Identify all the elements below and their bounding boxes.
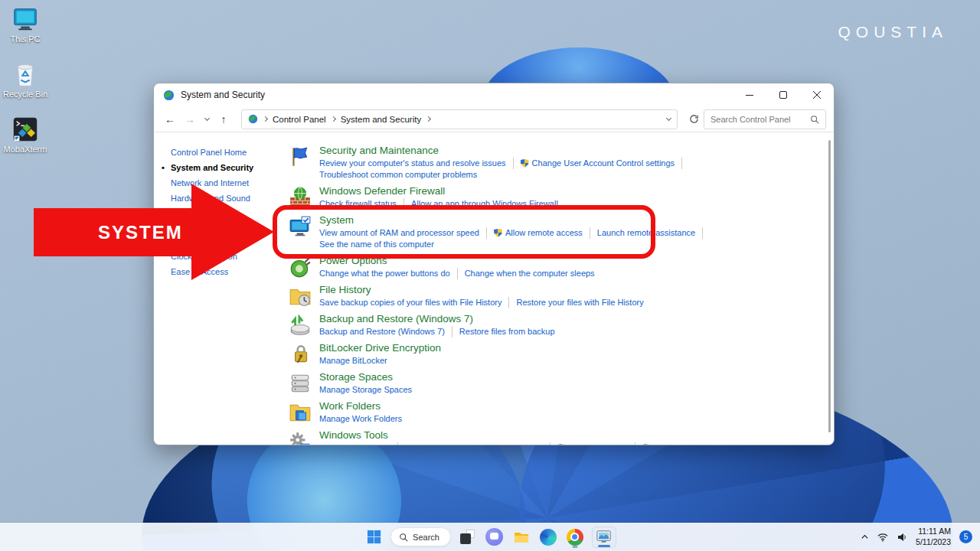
task-link[interactable]: View amount of RAM and processor speed (319, 227, 486, 239)
task-link[interactable]: Allow an app through Windows Firewall (403, 198, 565, 210)
task-link[interactable]: Save backup copies of your files with Fi… (319, 297, 508, 308)
task-link[interactable]: Troubleshoot common computer problems (319, 169, 484, 181)
search-icon (810, 115, 819, 124)
brand-logo: QOUSTIA (838, 23, 948, 41)
section-title-link[interactable]: Backup and Restore (Windows 7) (319, 313, 562, 324)
section-title-link[interactable]: Work Folders (319, 400, 409, 412)
search-icon (399, 533, 408, 542)
section-title-link[interactable]: BitLocker Drive Encryption (319, 342, 441, 354)
task-link-line: Manage Storage Spaces (319, 384, 419, 396)
title-bar[interactable]: System and Security (154, 83, 834, 106)
section-body: Work FoldersManage Work Folders (319, 400, 409, 425)
scrollbar[interactable] (828, 140, 831, 432)
task-link[interactable]: Allow remote access (486, 227, 590, 239)
close-button[interactable] (800, 83, 834, 106)
window-body: Control Panel HomeSystem and SecurityNet… (154, 132, 834, 445)
section-title-link[interactable]: Power Options (319, 255, 602, 266)
breadcrumb-item[interactable]: System and Security (341, 115, 421, 124)
section-title-link[interactable]: File History (319, 284, 651, 295)
window-title: System and Security (181, 90, 265, 100)
section-power-options: Power OptionsChange what the power butto… (289, 255, 834, 279)
sidebar-item-system-and-security[interactable]: System and Security (171, 163, 275, 172)
task-link-label: Restore files from backup (459, 326, 555, 337)
backup-icon (289, 314, 312, 337)
active-app-icon[interactable] (592, 527, 616, 548)
task-link[interactable]: Restore files from backup (452, 326, 562, 337)
task-view-icon[interactable] (458, 527, 478, 548)
edge-icon[interactable] (538, 527, 558, 548)
desktop-icon-label: This PC (10, 34, 40, 44)
breadcrumb-item[interactable]: Control Panel (273, 115, 326, 124)
taskbar-search[interactable]: Search (390, 527, 451, 546)
task-link[interactable]: Change User Account Control settings (513, 158, 683, 169)
uac-shield-icon (521, 159, 529, 168)
desktop-icon-mobaxterm[interactable]: MobaXterm (2, 115, 49, 154)
mobaxterm-icon (11, 115, 40, 144)
sidebar-item-control-panel-home[interactable]: Control Panel Home (171, 148, 275, 157)
clock[interactable]: 11:11 AM 5/11/2023 (916, 527, 951, 547)
forward-button[interactable]: → (180, 109, 200, 129)
tray-date: 5/11/2023 (916, 537, 951, 548)
back-button[interactable]: ← (160, 109, 180, 129)
task-link[interactable]: See the name of this computer (319, 239, 441, 250)
address-bar[interactable]: Control PanelSystem and Security (241, 109, 678, 129)
notification-badge[interactable]: 5 (959, 530, 972, 543)
desktop-icon-recycle-bin[interactable]: Recycle Bin (2, 60, 49, 99)
task-link[interactable]: Review your computer's status and resolv… (319, 158, 513, 169)
task-link-line: Backup and Restore (Windows 7)Restore fi… (319, 326, 562, 337)
chrome-icon[interactable] (565, 527, 585, 548)
task-link-line: Manage Work Folders (319, 413, 409, 425)
task-link[interactable]: Launch remote assistance (590, 227, 703, 239)
section-title-link[interactable]: Windows Defender Firewall (319, 185, 565, 197)
file-explorer-icon[interactable] (511, 527, 531, 548)
section-body: File HistorySave backup copies of your f… (319, 284, 651, 308)
task-link[interactable]: Backup and Restore (Windows 7) (319, 326, 452, 337)
start-button[interactable] (364, 527, 384, 548)
task-link[interactable]: Free up disk space (319, 442, 397, 445)
desktop-icon-label: Recycle Bin (3, 90, 47, 99)
task-link[interactable]: Check firewall status (319, 198, 403, 210)
task-link[interactable]: Manage BitLocker (319, 355, 394, 367)
section-work-folders: Work FoldersManage Work Folders (289, 400, 834, 425)
section-windows-tools: Windows ToolsFree up disk spaceDefragmen… (289, 429, 834, 445)
section-title-link[interactable]: Windows Tools (319, 429, 717, 441)
task-link-label: Manage BitLocker (319, 355, 387, 367)
task-link[interactable]: Restore your files with File History (508, 297, 650, 308)
search-input[interactable]: Search Control Panel (704, 109, 826, 129)
task-link[interactable]: Manage Work Folders (319, 413, 409, 425)
task-link[interactable]: Schedule tasks (635, 442, 718, 445)
section-title-link[interactable]: System (319, 214, 703, 226)
wifi-icon[interactable] (877, 533, 888, 542)
section-list: Security and MaintenanceReview your comp… (275, 132, 834, 445)
task-link-label: Manage Work Folders (319, 413, 402, 425)
task-link-label: Save backup copies of your files with Fi… (319, 297, 501, 308)
section-body: Storage SpacesManage Storage Spaces (319, 371, 419, 396)
refresh-button[interactable] (684, 109, 704, 129)
address-dropdown-icon[interactable] (666, 115, 671, 120)
maximize-button[interactable] (766, 83, 800, 106)
breadcrumb-chevron-icon (331, 116, 336, 122)
section-security-and-maintenance: Security and MaintenanceReview your comp… (289, 145, 834, 181)
navigation-bar: ← → ↑ Control PanelSystem and Security S… (154, 106, 834, 132)
desktop-icon-this-pc[interactable]: This PC (2, 5, 49, 44)
section-body: SystemView amount of RAM and processor s… (319, 214, 703, 250)
hidden-icons-chevron-icon[interactable] (861, 533, 869, 541)
section-title-link[interactable]: Security and Maintenance (319, 145, 682, 156)
task-link-label: Schedule tasks (654, 442, 711, 445)
section-title-link[interactable]: Storage Spaces (319, 371, 419, 383)
task-link[interactable]: Manage Storage Spaces (319, 384, 419, 396)
system-icon (289, 215, 312, 238)
task-link[interactable]: Change when the computer sleeps (457, 268, 602, 279)
minimize-button[interactable] (733, 83, 766, 106)
task-link[interactable]: Defragment and optimize your drives (397, 442, 550, 445)
sidebar: Control Panel HomeSystem and SecurityNet… (154, 132, 275, 445)
task-link-label: Change when the computer sleeps (465, 268, 595, 279)
up-button[interactable]: ↑ (214, 109, 234, 129)
history-dropdown-icon[interactable] (200, 109, 214, 129)
chat-icon[interactable] (485, 527, 505, 548)
task-link-line: View amount of RAM and processor speedAl… (319, 227, 703, 239)
task-link[interactable]: View event logs (550, 442, 635, 445)
task-link[interactable]: Change what the power buttons do (319, 268, 457, 279)
tools-icon (289, 430, 312, 445)
volume-icon[interactable] (897, 533, 907, 542)
